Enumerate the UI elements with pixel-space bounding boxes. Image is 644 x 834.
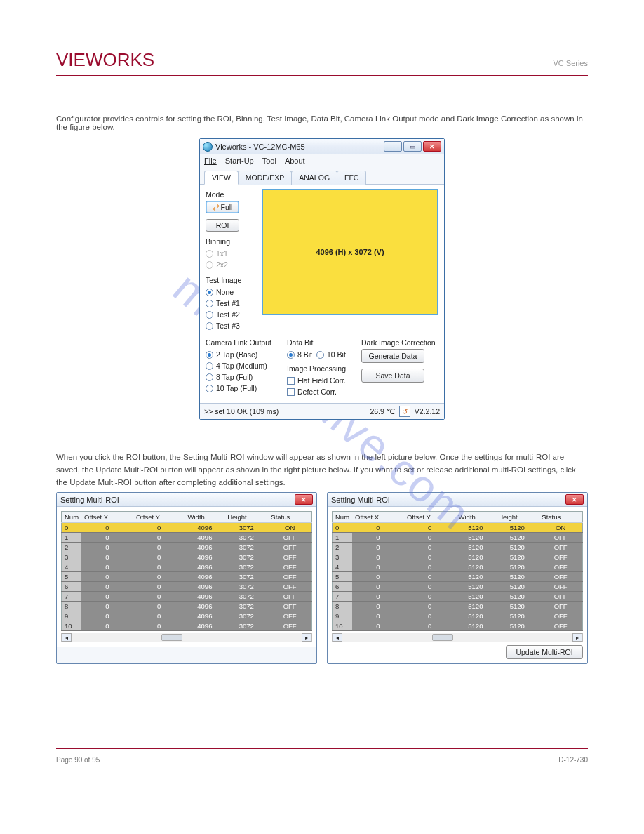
roi-window-left: Setting Multi-ROI ✕ NumOffset XOffset YW… — [56, 492, 317, 664]
databit-label: Data Bit — [287, 338, 357, 347]
table-row[interactable]: 20051205120OFF — [333, 543, 583, 552]
statusbar: >> set 10 OK (109 ms) 26.9 ℃ ↺ V2.2.12 — [200, 403, 444, 419]
maximize-button[interactable]: ▭ — [403, 141, 422, 152]
table-row[interactable]: 60040963072OFF — [62, 582, 312, 592]
table-row[interactable]: 60051205120OFF — [333, 582, 583, 592]
window-title: Vieworks - VC-12MC-M65 — [215, 143, 305, 151]
test-2[interactable]: Test #2 — [206, 309, 256, 320]
databit-10[interactable]: 10 Bit — [316, 349, 346, 360]
preview-text: 4096 (H) x 3072 (V) — [316, 248, 384, 256]
table-row[interactable]: 100040963072OFF — [62, 621, 312, 631]
menubar: File Start-Up Tool About — [200, 154, 444, 167]
roi-close-button[interactable]: ✕ — [565, 494, 584, 505]
roi-window-title: Setting Multi-ROI — [331, 496, 390, 504]
menu-file[interactable]: File — [204, 157, 217, 165]
roi-window-right: Setting Multi-ROI ✕ NumOffset XOffset YW… — [327, 492, 588, 664]
roi-table-left[interactable]: NumOffset XOffset YWidthHeightStatus 000… — [61, 511, 312, 631]
table-row[interactable]: 100051205120OFF — [333, 621, 583, 631]
table-row[interactable]: 90040963072OFF — [62, 611, 312, 621]
table-row[interactable]: 50051205120OFF — [333, 572, 583, 582]
dic-label: Dark Image Correction — [361, 338, 438, 347]
close-button[interactable]: ✕ — [423, 141, 441, 152]
table-row[interactable]: 90051205120OFF — [333, 611, 583, 621]
roi-table-right[interactable]: NumOffset XOffset YWidthHeightStatus 000… — [332, 511, 583, 631]
titlebar[interactable]: Vieworks - VC-12MC-M65 — ▭ ✕ — [200, 139, 444, 154]
minimize-button[interactable]: — — [384, 141, 402, 152]
clo-2tap[interactable]: 2 Tap (Base) — [206, 349, 283, 360]
intro-paragraph: Configurator provides controls for setti… — [56, 114, 588, 131]
doc-header-right: VC Series — [553, 59, 588, 67]
tab-analog[interactable]: ANALOG — [291, 171, 337, 185]
roi-description: When you click the ROI button, the Setti… — [56, 451, 588, 489]
roi-close-button[interactable]: ✕ — [295, 494, 313, 505]
refresh-icon[interactable]: ↺ — [399, 406, 410, 417]
mode-label: Mode — [206, 190, 256, 199]
footer-rule — [56, 748, 588, 749]
databit-8[interactable]: 8 Bit — [287, 349, 312, 360]
tabstrip: VIEW MODE/EXP ANALOG FFC — [200, 167, 444, 185]
clo-8tap[interactable]: 8 Tap (Full) — [206, 371, 283, 383]
menu-about[interactable]: About — [285, 157, 305, 165]
table-row[interactable]: 30051205120OFF — [333, 552, 583, 562]
table-row[interactable]: 30040963072OFF — [62, 552, 312, 562]
save-data-button[interactable]: Save Data — [361, 369, 424, 383]
testimage-label: Test Image — [206, 276, 256, 284]
status-left: >> set 10 OK (109 ms) — [204, 407, 279, 416]
brand-logo: VIEWORKS — [56, 49, 154, 71]
table-row[interactable]: 10051205120OFF — [333, 533, 583, 543]
status-temp: 26.9 ℃ — [370, 407, 394, 416]
table-row[interactable]: 00040963072ON — [62, 523, 312, 533]
tab-ffc[interactable]: FFC — [337, 171, 366, 185]
test-none[interactable]: None — [206, 286, 256, 298]
status-version: V2.2.12 — [415, 407, 440, 416]
table-row[interactable]: 40040963072OFF — [62, 562, 312, 572]
h-scrollbar[interactable]: ◂▸ — [61, 633, 312, 642]
table-row[interactable]: 70040963072OFF — [62, 592, 312, 602]
test-3[interactable]: Test #3 — [206, 320, 256, 331]
defect-check[interactable]: Defect Corr. — [287, 386, 357, 397]
table-row[interactable]: 80051205120OFF — [333, 602, 583, 611]
clo-4tap[interactable]: 4 Tap (Medium) — [206, 360, 283, 371]
clo-label: Camera Link Output — [206, 338, 283, 347]
app-icon — [203, 142, 213, 152]
generate-data-button[interactable]: Generate Data — [361, 349, 424, 363]
ip-label: Image Processing — [287, 364, 357, 373]
update-multiroi-button[interactable]: Update Multi-ROI — [506, 645, 583, 659]
binning-label: Binning — [206, 237, 256, 246]
table-row[interactable]: 10040963072OFF — [62, 533, 312, 543]
table-row[interactable]: 70051205120OFF — [333, 592, 583, 602]
table-row[interactable]: 80040963072OFF — [62, 602, 312, 611]
main-window: Vieworks - VC-12MC-M65 — ▭ ✕ File Start-… — [199, 138, 445, 420]
brand-rule — [56, 75, 588, 76]
preview-panel: 4096 (H) x 3072 (V) — [262, 189, 438, 315]
menu-startup[interactable]: Start-Up — [225, 157, 254, 165]
clo-10tap[interactable]: 10 Tap (Full) — [206, 383, 283, 394]
roi-window-title: Setting Multi-ROI — [60, 496, 119, 504]
table-row[interactable]: 20040963072OFF — [62, 543, 312, 552]
test-1[interactable]: Test #1 — [206, 298, 256, 309]
tab-modeexp[interactable]: MODE/EXP — [238, 171, 292, 185]
doc-rev: D-12-730 — [558, 756, 588, 764]
table-row[interactable]: 50040963072OFF — [62, 572, 312, 582]
menu-tool[interactable]: Tool — [262, 157, 276, 165]
page-number: Page 90 of 95 — [56, 756, 100, 764]
h-scrollbar[interactable]: ◂▸ — [332, 633, 583, 642]
full-button[interactable]: ⇄Full — [206, 201, 239, 213]
binning-1x1: 1x1 — [206, 248, 256, 259]
tab-view[interactable]: VIEW — [204, 171, 239, 185]
roi-button[interactable]: ROI — [206, 219, 239, 232]
binning-2x2: 2x2 — [206, 259, 256, 270]
flatfield-check[interactable]: Flat Field Corr. — [287, 375, 357, 386]
table-row[interactable]: 40051205120OFF — [333, 562, 583, 572]
table-row[interactable]: 00051205120ON — [333, 523, 583, 533]
